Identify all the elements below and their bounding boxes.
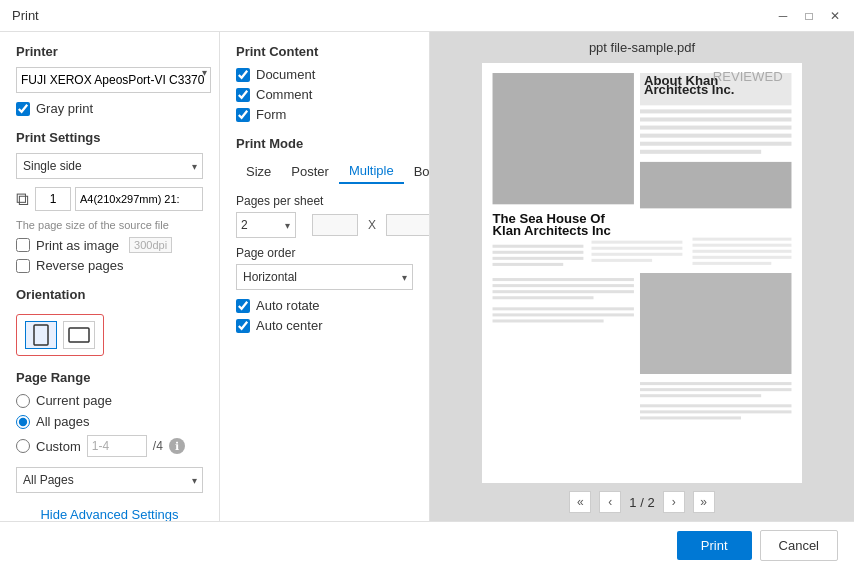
nav-prev-button[interactable]: ‹ (599, 491, 621, 513)
svg-text:Klan Architects Inc: Klan Architects Inc (493, 223, 611, 238)
print-button[interactable]: Print (677, 531, 752, 560)
preview-svg: About Khan Architects Inc. REVIEWED The … (490, 71, 794, 475)
svg-rect-13 (640, 150, 761, 154)
nav-last-button[interactable]: » (693, 491, 715, 513)
print-as-image-label: Print as image (36, 238, 119, 253)
page-order-label: Page order (236, 246, 413, 260)
single-side-wrapper: Single side Double side ▾ (16, 153, 203, 179)
svg-rect-9 (640, 117, 792, 121)
bottom-bar: Print Cancel (0, 521, 854, 569)
gray-print-row: Gray print (16, 101, 203, 116)
right-panel: ppt file-sample.pdf About Khan Architect… (430, 32, 854, 521)
svg-rect-0 (34, 325, 48, 345)
side-select[interactable]: Single side Double side (16, 153, 203, 179)
dialog-title: Print (8, 8, 39, 23)
col-input[interactable] (312, 214, 358, 236)
copies-input[interactable] (35, 187, 71, 211)
custom-of-label: /4 (153, 439, 163, 453)
all-pages-select[interactable]: All Pages Odd Pages Even Pages (16, 467, 203, 493)
middle-panel: Print Content Document Comment Form Prin… (220, 32, 430, 521)
current-page-radio[interactable] (16, 394, 30, 408)
title-bar-buttons: ─ □ ✕ (772, 5, 846, 27)
tab-booklet[interactable]: Booklet (404, 159, 430, 184)
print-content-section: Print Content Document Comment Form (236, 44, 413, 122)
svg-rect-43 (640, 416, 741, 419)
row-input[interactable] (386, 214, 430, 236)
page-size-select[interactable]: A4(210x297mm) 21: (75, 187, 203, 211)
page-order-select[interactable]: Horizontal Vertical (236, 264, 413, 290)
svg-rect-32 (493, 290, 634, 293)
svg-rect-34 (493, 307, 634, 310)
orientation-box (16, 314, 104, 356)
form-checkbox[interactable] (236, 108, 250, 122)
custom-range-input[interactable] (87, 435, 147, 457)
svg-rect-28 (693, 256, 792, 259)
page-size-wrapper: A4(210x297mm) 21: (75, 187, 203, 211)
pages-count-select[interactable]: 2146916 (236, 212, 296, 238)
cancel-button[interactable]: Cancel (760, 530, 838, 561)
svg-rect-8 (640, 109, 792, 113)
svg-rect-24 (592, 259, 653, 262)
pages-count-wrapper: 2146916 ▾ (236, 212, 296, 238)
nav-next-button[interactable]: › (663, 491, 685, 513)
svg-rect-36 (493, 319, 604, 322)
comment-row: Comment (236, 87, 413, 102)
print-as-image-checkbox[interactable] (16, 238, 30, 252)
nav-first-button[interactable]: « (569, 491, 591, 513)
gray-print-checkbox[interactable] (16, 102, 30, 116)
svg-rect-25 (693, 238, 792, 241)
svg-rect-42 (640, 410, 792, 413)
svg-rect-17 (493, 245, 584, 248)
maximize-button[interactable]: □ (798, 5, 820, 27)
close-button[interactable]: ✕ (824, 5, 846, 27)
print-mode-tabs: Size Poster Multiple Booklet (236, 159, 413, 184)
landscape-icon (68, 326, 90, 344)
auto-center-checkbox[interactable] (236, 319, 250, 333)
orientation-label: Orientation (16, 287, 203, 302)
left-panel: Printer FUJI XEROX ApeosPort-VI C3370 ▾ … (0, 32, 220, 521)
svg-text:Architects Inc.: Architects Inc. (644, 82, 734, 97)
page-range-section: Page Range Current page All pages Custom… (16, 370, 203, 493)
svg-rect-31 (493, 284, 634, 287)
printer-select-wrapper: FUJI XEROX ApeosPort-VI C3370 ▾ (16, 67, 211, 93)
svg-rect-29 (693, 262, 772, 265)
svg-rect-27 (693, 250, 792, 253)
svg-rect-1 (69, 328, 89, 342)
hide-advanced-link[interactable]: Hide Advanced Settings (16, 507, 203, 521)
svg-rect-41 (640, 404, 792, 407)
comment-checkbox[interactable] (236, 88, 250, 102)
svg-rect-11 (640, 134, 792, 138)
portrait-button[interactable] (25, 321, 57, 349)
document-row: Document (236, 67, 413, 82)
svg-rect-33 (493, 296, 594, 299)
document-checkbox[interactable] (236, 68, 250, 82)
svg-text:REVIEWED: REVIEWED (713, 71, 783, 84)
svg-rect-38 (640, 382, 792, 385)
svg-rect-20 (493, 263, 564, 266)
title-bar: Print ─ □ ✕ (0, 0, 854, 32)
svg-rect-22 (592, 247, 683, 250)
preview-area: About Khan Architects Inc. REVIEWED The … (482, 63, 802, 483)
custom-radio[interactable] (16, 439, 30, 453)
minimize-button[interactable]: ─ (772, 5, 794, 27)
dialog-content: Printer FUJI XEROX ApeosPort-VI C3370 ▾ … (0, 32, 854, 521)
svg-rect-21 (592, 241, 683, 244)
tab-poster[interactable]: Poster (281, 159, 339, 184)
svg-rect-19 (493, 257, 584, 260)
custom-label: Custom (36, 439, 81, 454)
auto-rotate-checkbox[interactable] (236, 299, 250, 313)
document-label: Document (256, 67, 315, 82)
print-as-image-row: Print as image 300dpi (16, 237, 203, 253)
reverse-pages-checkbox[interactable] (16, 259, 30, 273)
copies-icon: ⧉ (16, 189, 29, 210)
all-pages-radio[interactable] (16, 415, 30, 429)
reverse-pages-row: Reverse pages (16, 258, 203, 273)
tab-multiple[interactable]: Multiple (339, 159, 404, 184)
printer-select[interactable]: FUJI XEROX ApeosPort-VI C3370 (16, 67, 211, 93)
pages-per-sheet-label: Pages per sheet (236, 194, 413, 208)
landscape-button[interactable] (63, 321, 95, 349)
tab-size[interactable]: Size (236, 159, 281, 184)
print-settings-section: Print Settings Single side Double side ▾… (16, 130, 203, 273)
print-mode-label: Print Mode (236, 136, 413, 151)
svg-rect-30 (493, 278, 634, 281)
